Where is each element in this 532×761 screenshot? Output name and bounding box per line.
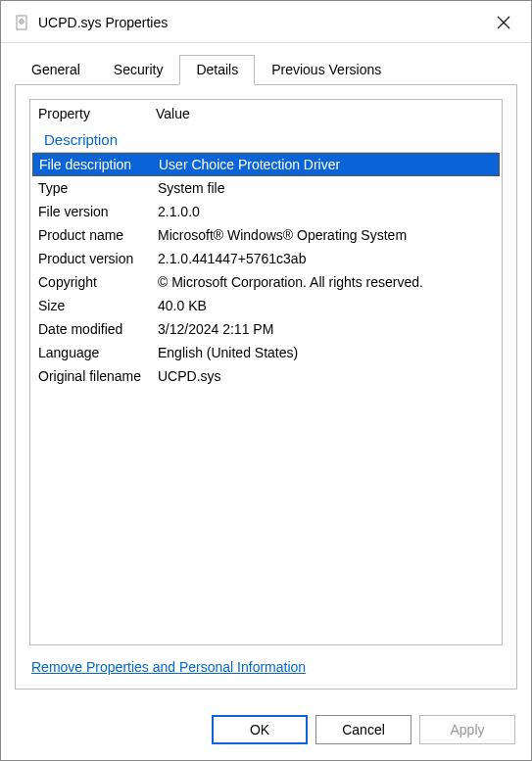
property-value: 3/12/2024 2:11 PM [158, 321, 494, 337]
property-row[interactable]: File version 2.1.0.0 [30, 200, 502, 223]
properties-header: Property Value [30, 100, 502, 127]
tab-security[interactable]: Security [97, 55, 180, 84]
file-icon [13, 14, 30, 31]
property-value: Microsoft® Windows® Operating System [158, 227, 494, 243]
property-row[interactable]: Product version 2.1.0.441447+5761c3ab [30, 247, 502, 270]
property-row[interactable]: Product name Microsoft® Windows® Operati… [30, 223, 502, 247]
button-bar: OK Cancel Apply [1, 701, 531, 760]
property-value: 2.1.0.0 [158, 204, 494, 219]
property-name: Date modified [38, 321, 158, 337]
property-row[interactable]: Copyright © Microsoft Corporation. All r… [30, 270, 502, 294]
window-title: UCPD.sys Properties [38, 15, 488, 30]
titlebar: UCPD.sys Properties [1, 1, 531, 43]
property-name: Original filename [38, 368, 158, 384]
property-value: English (United States) [158, 345, 494, 360]
remove-properties-link[interactable]: Remove Properties and Personal Informati… [29, 645, 503, 675]
property-name: Type [38, 180, 158, 196]
property-row[interactable]: Type System file [30, 176, 502, 200]
tab-strip: General Security Details Previous Versio… [1, 43, 531, 84]
ok-button[interactable]: OK [212, 715, 308, 744]
tab-content: Property Value Description File descript… [15, 84, 517, 690]
property-name: Product name [38, 227, 158, 243]
property-row[interactable]: Language English (United States) [30, 341, 502, 364]
svg-point-2 [21, 21, 23, 23]
property-name: Size [38, 298, 158, 313]
property-value: User Choice Protection Driver [159, 157, 493, 172]
property-value: 2.1.0.441447+5761c3ab [158, 251, 494, 266]
property-row[interactable]: Date modified 3/12/2024 2:11 PM [30, 317, 502, 341]
property-name: File description [39, 157, 159, 172]
property-value: © Microsoft Corporation. All rights rese… [158, 274, 494, 290]
properties-panel: Property Value Description File descript… [29, 99, 503, 645]
tab-previous-versions[interactable]: Previous Versions [255, 55, 398, 84]
column-header-value[interactable]: Value [156, 106, 494, 121]
property-name: File version [38, 204, 158, 219]
tab-general[interactable]: General [15, 55, 97, 84]
property-name: Language [38, 345, 158, 360]
column-header-property[interactable]: Property [38, 106, 156, 121]
property-value: System file [158, 180, 494, 196]
group-description[interactable]: Description [34, 127, 498, 153]
property-row[interactable]: Original filename UCPD.sys [30, 364, 502, 388]
tab-details[interactable]: Details [179, 55, 255, 85]
svg-rect-0 [17, 16, 26, 29]
apply-button[interactable]: Apply [419, 715, 515, 744]
property-row[interactable]: File description User Choice Protection … [32, 153, 500, 176]
close-icon [497, 16, 510, 29]
cancel-button[interactable]: Cancel [315, 715, 411, 744]
close-button[interactable] [488, 11, 519, 34]
property-row[interactable]: Size 40.0 KB [30, 294, 502, 317]
property-name: Copyright [38, 274, 158, 290]
property-name: Product version [38, 251, 158, 266]
property-value: UCPD.sys [158, 368, 494, 384]
property-value: 40.0 KB [158, 298, 494, 313]
properties-list: File description User Choice Protection … [30, 153, 502, 644]
